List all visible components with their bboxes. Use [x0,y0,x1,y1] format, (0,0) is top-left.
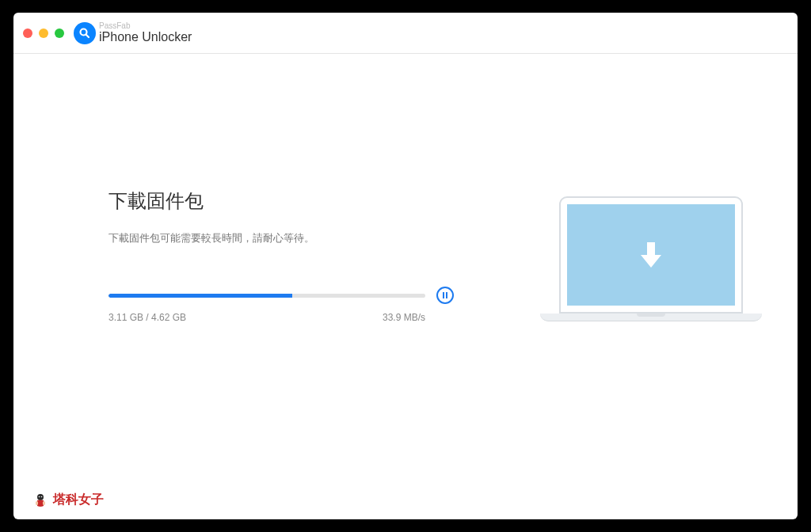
svg-rect-8 [43,501,45,505]
downloaded-value: 3.11 GB [109,312,143,323]
main-content: 下載固件包 下載固件包可能需要較長時間，請耐心等待。 3.11 GB / 4.6… [13,54,798,323]
app-name: iPhone Unlocker [99,30,192,44]
size-separator: / [143,312,151,323]
watermark-icon [32,492,48,508]
app-title-block: PassFab iPhone Unlocker [99,21,192,44]
total-value: 4.62 GB [151,312,186,323]
page-title: 下載固件包 [109,188,473,214]
watermark-text: 塔科女子 [53,492,104,508]
download-speed: 33.9 MB/s [383,312,425,323]
download-pane: 下載固件包 下載固件包可能需要較長時間，請耐心等待。 3.11 GB / 4.6… [109,188,473,323]
page-subtitle: 下載固件包可能需要較長時間，請耐心等待。 [109,231,473,245]
maximize-button[interactable] [55,28,64,38]
svg-rect-2 [647,242,655,256]
pause-icon [443,292,447,298]
progress-bar [109,294,425,298]
pause-button[interactable] [436,287,454,304]
titlebar: PassFab iPhone Unlocker [13,13,798,54]
svg-point-6 [41,496,43,497]
brand-name: PassFab [99,21,192,30]
svg-marker-3 [641,255,661,268]
traffic-lights [23,28,64,38]
download-arrow-icon [638,239,664,271]
laptop-illustration [540,196,762,321]
progress-size: 3.11 GB / 4.62 GB [109,312,186,323]
app-window: PassFab iPhone Unlocker 下載固件包 下載固件包可能需要較… [13,13,798,519]
svg-point-5 [39,496,40,497]
svg-line-1 [86,34,89,37]
app-logo-icon [74,22,96,44]
progress-row [109,287,473,304]
close-button[interactable] [23,28,32,38]
svg-rect-7 [36,501,38,505]
minimize-button[interactable] [39,28,48,38]
watermark: 塔科女子 [32,492,104,508]
progress-stats: 3.11 GB / 4.62 GB 33.9 MB/s [109,312,425,323]
laptop-icon [540,196,762,321]
svg-point-4 [37,494,44,500]
progress-fill [109,294,292,298]
